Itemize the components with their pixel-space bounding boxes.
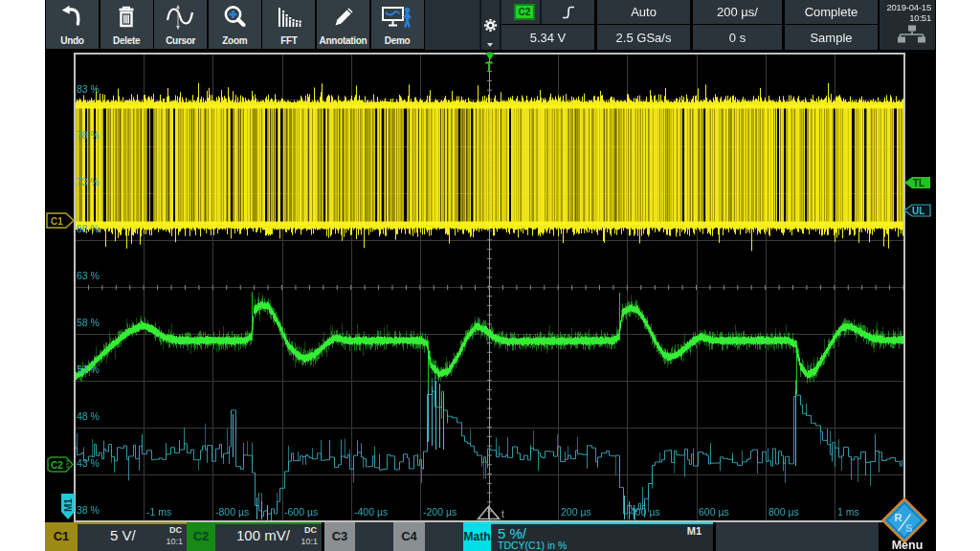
svg-text:TL: TL bbox=[913, 178, 924, 188]
svg-text:C2: C2 bbox=[51, 460, 63, 471]
svg-text:R: R bbox=[895, 512, 903, 523]
svg-text:S: S bbox=[905, 522, 913, 534]
svg-text:M1: M1 bbox=[63, 498, 74, 512]
svg-text:t: t bbox=[501, 509, 504, 519]
svg-text:UL: UL bbox=[912, 206, 924, 216]
svg-text:C1: C1 bbox=[51, 216, 63, 227]
